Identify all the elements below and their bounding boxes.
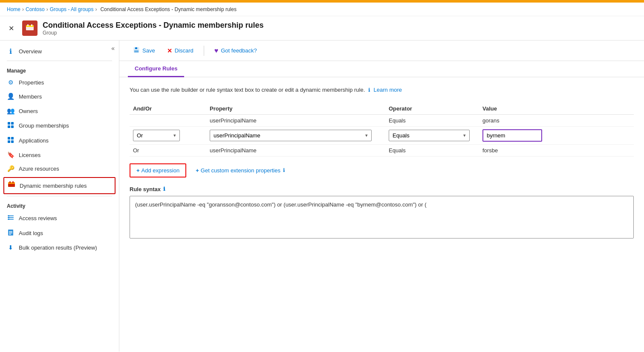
value-input[interactable] <box>482 129 542 142</box>
sidebar-item-properties[interactable]: ⚙ Properties <box>0 76 119 89</box>
header-icon <box>22 20 38 36</box>
toolbar-divider <box>204 46 204 56</box>
sidebar-item-applications[interactable]: Applications <box>0 133 119 148</box>
audit-logs-icon <box>7 229 14 237</box>
svg-rect-14 <box>9 181 11 183</box>
row3-operator: Equals <box>385 144 479 156</box>
breadcrumb-home[interactable]: Home <box>7 6 20 12</box>
row1-value: gorans <box>479 114 634 126</box>
dynamic-rules-icon <box>8 181 15 190</box>
get-custom-extension-button[interactable]: + Get custom extension properties ℹ <box>190 164 291 177</box>
save-icon <box>133 47 140 55</box>
close-button[interactable]: ✕ <box>5 22 17 34</box>
breadcrumb-contoso[interactable]: Contoso <box>26 6 45 12</box>
properties-icon: ⚙ <box>7 79 14 86</box>
sidebar-item-audit-logs[interactable]: Audit logs <box>0 226 119 241</box>
row1-property: userPrincipalName <box>206 114 385 126</box>
add-expression-button[interactable]: + Add expression <box>130 163 186 177</box>
sidebar-item-dynamic-membership-rules[interactable]: Dynamic membership rules <box>4 178 115 193</box>
rule-syntax-label: Rule syntax ℹ <box>130 186 634 192</box>
save-label: Save <box>142 47 155 54</box>
page-header: ✕ Conditional Access Exceptions - Dynami… <box>0 16 644 41</box>
svg-rect-7 <box>11 125 14 128</box>
info-text: You can use the rule builder or rule syn… <box>130 86 634 94</box>
feedback-icon: ♥ <box>214 47 219 55</box>
discard-button[interactable]: ✕ Discard <box>162 45 199 57</box>
table-header-row: And/Or Property Operator Value <box>130 103 634 115</box>
toolbar: Save ✕ Discard ♥ Got feedback? <box>119 41 644 61</box>
content-body: You can use the rule builder or rule syn… <box>119 77 644 352</box>
sidebar-audit-logs-label: Audit logs <box>19 230 43 236</box>
info-icon: ℹ <box>368 87 370 93</box>
sidebar-properties-label: Properties <box>19 79 44 86</box>
svg-rect-27 <box>135 47 137 49</box>
tab-bar: Configure Rules <box>119 61 644 77</box>
sidebar-activity-label: Activity <box>0 198 119 211</box>
sidebar-members-label: Members <box>19 93 42 100</box>
col-header-operator: Operator <box>385 103 479 115</box>
sidebar-dynamic-rules-label: Dynamic membership rules <box>20 183 87 189</box>
rule-syntax-title: Rule syntax <box>130 186 161 192</box>
content-area: Save ✕ Discard ♥ Got feedback? Configure… <box>119 41 644 352</box>
operator-select-wrapper[interactable]: Equals Not Equals Contains Not Contains … <box>389 130 470 141</box>
sidebar-item-group-memberships[interactable]: Group memberships <box>0 118 119 133</box>
get-custom-info-icon: ℹ <box>283 167 285 173</box>
svg-point-20 <box>8 217 9 218</box>
breadcrumb-groups[interactable]: Groups - All groups <box>50 6 94 12</box>
get-custom-plus-icon: + <box>196 167 199 174</box>
svg-point-19 <box>8 215 9 216</box>
rule-syntax-box[interactable]: (user.userPrincipalName -eq "goransson@c… <box>130 196 634 239</box>
rules-table: And/Or Property Operator Value userPrinc… <box>130 103 634 157</box>
expression-actions: + Add expression + Get custom extension … <box>130 163 634 177</box>
save-button[interactable]: Save <box>128 44 160 57</box>
row2-andor[interactable]: Or And <box>130 126 206 144</box>
svg-rect-10 <box>8 140 10 143</box>
feedback-label: Got feedback? <box>221 47 257 54</box>
svg-rect-6 <box>8 125 10 128</box>
sidebar-item-members[interactable]: 👤 Members <box>0 89 119 104</box>
sidebar-owners-label: Owners <box>19 108 38 114</box>
members-icon: 👤 <box>7 93 14 100</box>
svg-rect-3 <box>31 24 32 26</box>
sidebar-collapse-button[interactable]: « <box>111 45 115 52</box>
learn-more-link[interactable]: Learn more <box>374 87 402 93</box>
row2-property[interactable]: userPrincipalName displayName mail depar… <box>206 126 385 144</box>
svg-rect-15 <box>12 181 14 183</box>
discard-label: Discard <box>175 47 193 54</box>
row2-operator[interactable]: Equals Not Equals Contains Not Contains … <box>385 126 479 144</box>
sidebar-item-owners[interactable]: 👥 Owners <box>0 104 119 118</box>
sidebar-item-azure-resources[interactable]: 🔑 Azure resources <box>0 162 119 175</box>
sidebar-item-overview[interactable]: ℹ Overview <box>0 41 119 59</box>
info-icon: ℹ <box>7 47 14 55</box>
andor-select[interactable]: Or And <box>133 130 179 141</box>
operator-select[interactable]: Equals Not Equals Contains Not Contains … <box>389 130 469 141</box>
property-select[interactable]: userPrincipalName displayName mail depar… <box>210 130 371 141</box>
svg-rect-8 <box>8 137 10 140</box>
sidebar-item-access-reviews[interactable]: Access reviews <box>0 211 119 226</box>
sidebar-item-licenses[interactable]: 🔖 Licenses <box>0 148 119 162</box>
row2-value[interactable] <box>479 126 634 144</box>
sidebar-access-reviews-label: Access reviews <box>19 215 57 221</box>
get-custom-label: Get custom extension properties <box>201 167 280 174</box>
tab-configure-rules-label: Configure Rules <box>135 65 177 72</box>
table-row: userPrincipalName Equals gorans <box>130 114 634 126</box>
row3-andor: Or <box>130 144 206 156</box>
header-text: Conditional Access Exceptions - Dynamic … <box>43 21 263 36</box>
property-select-wrapper[interactable]: userPrincipalName displayName mail depar… <box>210 130 372 141</box>
row1-andor <box>130 114 206 126</box>
access-reviews-icon <box>7 214 14 222</box>
svg-rect-25 <box>9 234 11 235</box>
svg-rect-28 <box>134 50 139 52</box>
andor-select-wrapper[interactable]: Or And <box>133 130 180 141</box>
main-layout: « ℹ Overview Manage ⚙ Properties 👤 Membe… <box>0 41 644 352</box>
svg-point-21 <box>8 218 9 220</box>
tab-configure-rules[interactable]: Configure Rules <box>128 61 184 77</box>
feedback-button[interactable]: ♥ Got feedback? <box>209 44 262 57</box>
sidebar-divider-1 <box>7 61 112 61</box>
row3-value: forsbe <box>479 144 634 156</box>
add-expression-plus-icon: + <box>136 167 140 174</box>
svg-rect-11 <box>11 140 14 143</box>
applications-icon <box>7 137 14 145</box>
sidebar-item-bulk-operations[interactable]: ⬇ Bulk operation results (Preview) <box>0 241 119 254</box>
svg-rect-9 <box>11 137 14 140</box>
